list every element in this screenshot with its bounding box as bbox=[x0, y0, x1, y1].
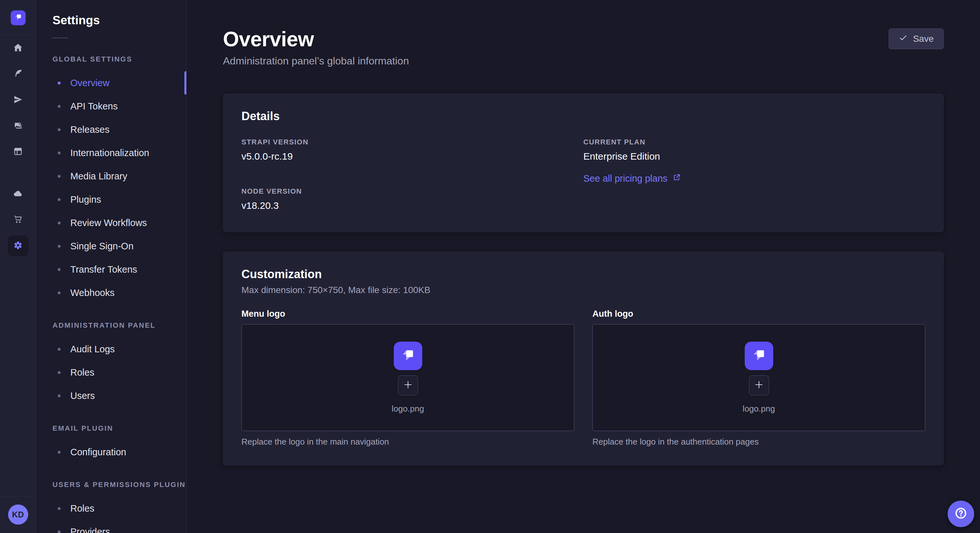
sidebar-item-webhooks[interactable]: Webhooks bbox=[36, 281, 186, 305]
subnav-title: Settings bbox=[52, 14, 186, 27]
sidebar-item-label: Media Library bbox=[70, 171, 127, 182]
bullet-icon bbox=[58, 105, 60, 108]
bullet-icon bbox=[58, 507, 60, 510]
external-link-icon bbox=[672, 173, 681, 184]
menu-logo-add-button[interactable] bbox=[398, 375, 418, 395]
sidebar-item-label: Transfer Tokens bbox=[70, 264, 137, 275]
plus-icon bbox=[403, 379, 413, 391]
sidebar-item-transfer-tokens[interactable]: Transfer Tokens bbox=[36, 258, 186, 281]
user-avatar[interactable]: KD bbox=[8, 504, 28, 525]
strapi-logo-icon bbox=[400, 347, 416, 364]
sidebar-item-overview[interactable]: Overview bbox=[36, 71, 186, 95]
customization-card: Customization Max dimension: 750×750, Ma… bbox=[223, 252, 944, 465]
sidebar-item-label: Users bbox=[70, 390, 95, 401]
sidebar-item-label: Review Workflows bbox=[70, 217, 147, 228]
nav-media-library-button[interactable] bbox=[0, 113, 36, 139]
bullet-icon bbox=[58, 82, 60, 84]
node-version-value: v18.20.3 bbox=[242, 200, 302, 211]
menu-logo-section: Menu logo bbox=[242, 309, 574, 447]
layout-icon bbox=[13, 146, 23, 158]
menu-logo-hint: Replace the logo in the main navigation bbox=[242, 437, 574, 447]
sidebar-item-up-providers[interactable]: Providers bbox=[36, 520, 186, 533]
sidebar-item-single-sign-on[interactable]: Single Sign-On bbox=[36, 235, 186, 258]
active-item-indicator bbox=[185, 71, 186, 95]
menu-logo-filename: logo.png bbox=[392, 404, 424, 414]
strapi-version-field: STRAPI VERSION v5.0.0-rc.19 bbox=[242, 138, 309, 162]
strapi-logo-icon bbox=[14, 13, 22, 23]
settings-active-tile bbox=[8, 235, 29, 256]
sidebar-item-plugins[interactable]: Plugins bbox=[36, 188, 186, 211]
page-title: Overview bbox=[223, 27, 944, 51]
sidebar-item-up-roles[interactable]: Roles bbox=[36, 497, 186, 520]
help-button[interactable] bbox=[948, 501, 974, 527]
sidebar-item-label: Single Sign-On bbox=[70, 241, 134, 252]
logo-uploads-row: Menu logo bbox=[242, 309, 925, 447]
current-plan-field: CURRENT PLAN Enterprise Edition bbox=[583, 138, 660, 162]
auth-logo-filename: logo.png bbox=[743, 404, 775, 414]
save-button[interactable]: Save bbox=[889, 29, 944, 49]
bullet-icon bbox=[58, 152, 60, 154]
strapi-version-value: v5.0.0-rc.19 bbox=[242, 151, 309, 162]
sidebar-item-label: API Tokens bbox=[70, 101, 118, 112]
sidebar-item-api-tokens[interactable]: API Tokens bbox=[36, 95, 186, 118]
sidebar-item-audit-logs[interactable]: Audit Logs bbox=[36, 338, 186, 361]
sidebar-item-internationalization[interactable]: Internationalization bbox=[36, 141, 186, 165]
bullet-icon bbox=[58, 348, 60, 351]
auth-logo-dropzone[interactable]: logo.png bbox=[592, 324, 925, 431]
settings-subnav: Settings GLOBAL SETTINGS Overview API To… bbox=[36, 0, 187, 533]
sidebar-item-media-library[interactable]: Media Library bbox=[36, 165, 186, 188]
check-icon bbox=[899, 33, 908, 45]
details-grid: STRAPI VERSION v5.0.0-rc.19 NODE VERSION… bbox=[242, 138, 925, 211]
nav-content-builder-button[interactable] bbox=[0, 61, 36, 87]
sidebar-item-admin-users[interactable]: Users bbox=[36, 384, 186, 408]
global-settings-list: Overview API Tokens Releases Internation… bbox=[36, 71, 186, 305]
bullet-icon bbox=[58, 222, 60, 224]
current-plan-value: Enterprise Edition bbox=[583, 151, 660, 162]
question-mark-icon bbox=[954, 506, 968, 522]
section-global-settings: GLOBAL SETTINGS bbox=[52, 55, 186, 63]
nav-cloud-button[interactable] bbox=[0, 181, 36, 207]
auth-logo-section: Auth logo bbox=[592, 309, 925, 447]
bullet-icon bbox=[58, 394, 60, 397]
bullet-icon bbox=[58, 292, 60, 294]
auth-logo-hint: Replace the logo in the authentication p… bbox=[592, 437, 925, 447]
bullet-icon bbox=[58, 245, 60, 248]
save-button-label: Save bbox=[913, 34, 934, 44]
sidebar-item-label: Roles bbox=[70, 367, 94, 378]
bullet-icon bbox=[58, 268, 60, 271]
pricing-link-label: See all pricing plans bbox=[583, 173, 668, 184]
sidebar-item-email-configuration[interactable]: Configuration bbox=[36, 440, 186, 464]
sidebar-item-label: Releases bbox=[70, 124, 110, 135]
bullet-icon bbox=[58, 128, 60, 131]
main-icon-sidebar: KD bbox=[0, 0, 36, 533]
menu-logo-dropzone[interactable]: logo.png bbox=[242, 324, 574, 431]
plus-icon bbox=[754, 379, 764, 391]
strapi-home-button[interactable] bbox=[11, 10, 25, 25]
auth-logo-preview bbox=[745, 342, 773, 370]
pricing-plans-link[interactable]: See all pricing plans bbox=[583, 173, 681, 184]
bullet-icon bbox=[58, 530, 60, 533]
sidebar-item-admin-roles[interactable]: Roles bbox=[36, 361, 186, 384]
sidebar-item-releases[interactable]: Releases bbox=[36, 118, 186, 141]
section-email-plugin: EMAIL PLUGIN bbox=[52, 424, 186, 433]
node-version-label: NODE VERSION bbox=[242, 187, 302, 195]
sidebar-item-label: Internationalization bbox=[70, 148, 149, 159]
feather-icon bbox=[13, 69, 23, 80]
section-administration-panel: ADMINISTRATION PANEL bbox=[52, 321, 186, 330]
sidebar-item-label: Plugins bbox=[70, 194, 101, 205]
paper-plane-icon bbox=[13, 95, 23, 106]
nav-deploy-button[interactable] bbox=[0, 87, 36, 113]
nav-marketplace-button[interactable] bbox=[0, 207, 36, 233]
nav-settings-button[interactable] bbox=[0, 233, 36, 259]
menu-logo-label: Menu logo bbox=[242, 309, 574, 319]
home-icon bbox=[13, 43, 23, 54]
bullet-icon bbox=[58, 175, 60, 178]
sidebar-item-label: Audit Logs bbox=[70, 344, 115, 355]
menu-logo-preview bbox=[394, 342, 422, 370]
nav-content-manager-button[interactable] bbox=[0, 139, 36, 165]
sidebar-item-label: Overview bbox=[70, 78, 110, 89]
auth-logo-add-button[interactable] bbox=[749, 375, 769, 395]
sidebar-item-label: Configuration bbox=[70, 447, 126, 458]
sidebar-item-review-workflows[interactable]: Review Workflows bbox=[36, 211, 186, 235]
nav-home-button[interactable] bbox=[0, 35, 36, 61]
